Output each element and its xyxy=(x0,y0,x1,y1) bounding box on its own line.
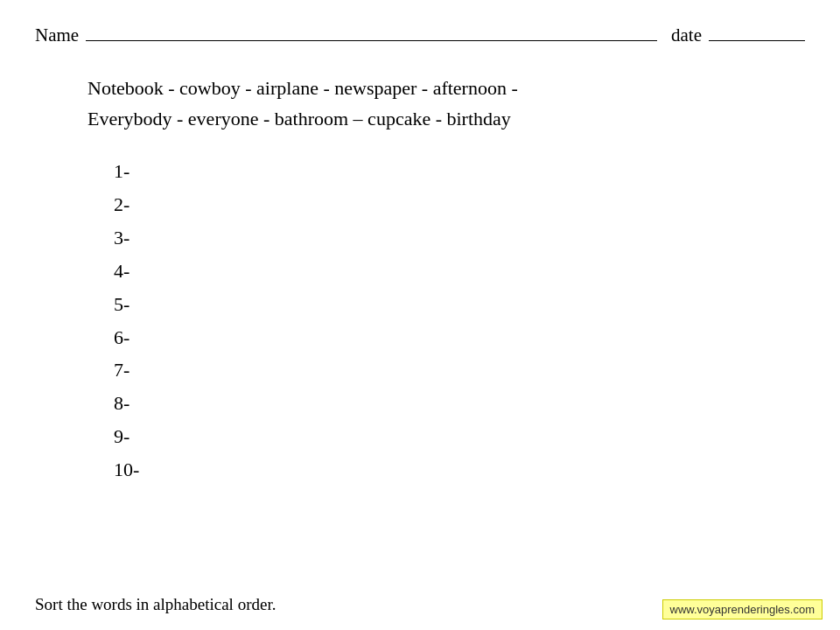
page: Name date Notebook - cowboy - airplane -… xyxy=(0,0,840,630)
footer-instruction: Sort the words in alphabetical order. xyxy=(35,595,276,614)
date-label: date xyxy=(671,24,702,46)
numbered-list: 1- 2- 3- 4- 5- 6- 7- 8- 9- 10- xyxy=(114,155,805,486)
list-item: 4- xyxy=(114,255,805,288)
list-item: 5- xyxy=(114,288,805,321)
name-underline xyxy=(86,40,657,41)
name-label: Name xyxy=(35,24,79,46)
word-bank-line2: Everybody - everyone - bathroom – cupcak… xyxy=(88,103,770,134)
date-underline xyxy=(709,40,805,41)
list-item: 6- xyxy=(114,321,805,354)
list-item: 3- xyxy=(114,221,805,255)
list-item: 1- xyxy=(114,155,805,188)
word-bank: Notebook - cowboy - airplane - newspaper… xyxy=(88,73,770,134)
list-item: 8- xyxy=(114,387,805,420)
list-item: 7- xyxy=(114,354,805,387)
list-item: 10- xyxy=(114,453,805,486)
header-row: Name date xyxy=(35,24,805,46)
word-bank-line1: Notebook - cowboy - airplane - newspaper… xyxy=(88,73,770,103)
list-item: 9- xyxy=(114,420,805,453)
watermark: www.voyaprenderingles.com xyxy=(662,599,822,620)
list-item: 2- xyxy=(114,188,805,221)
